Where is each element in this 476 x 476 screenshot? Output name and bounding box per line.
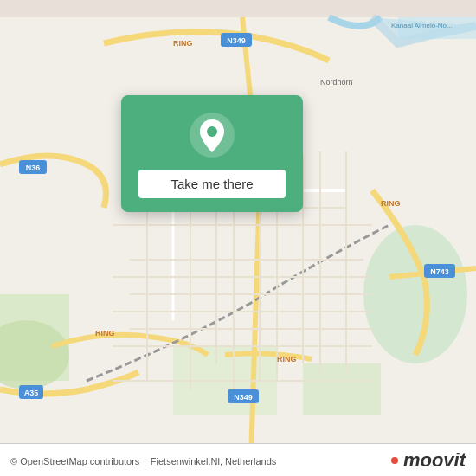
svg-text:RING: RING: [277, 355, 297, 363]
map-attribution: © OpenStreetMap contributors: [10, 456, 139, 466]
svg-rect-5: [303, 363, 381, 415]
svg-text:A35: A35: [24, 389, 39, 397]
location-pin-icon: [190, 113, 235, 158]
attribution-container: © OpenStreetMap contributors Fietsenwink…: [10, 453, 276, 468]
svg-text:N743: N743: [430, 267, 449, 276]
svg-text:N349: N349: [227, 36, 246, 45]
moovit-brand-text: moovit: [403, 449, 466, 472]
bottom-bar: © OpenStreetMap contributors Fietsenwink…: [0, 443, 476, 476]
moovit-dot-icon: [391, 457, 398, 464]
moovit-logo: moovit: [391, 449, 466, 472]
map-background: N36 N349 N349 N743 A35 RING RING RING RI…: [0, 0, 476, 476]
location-card: Take me there: [121, 95, 303, 212]
svg-text:N36: N36: [26, 164, 41, 172]
svg-text:RING: RING: [381, 199, 401, 208]
location-label: Fietsenwinkel.Nl, Netherlands: [151, 456, 277, 466]
svg-point-1: [363, 225, 467, 363]
svg-text:RING: RING: [173, 39, 193, 48]
svg-text:N349: N349: [234, 393, 253, 402]
take-me-there-button[interactable]: Take me there: [138, 170, 286, 198]
map-container: N36 N349 N349 N743 A35 RING RING RING RI…: [0, 0, 476, 476]
svg-point-25: [207, 126, 217, 137]
svg-text:Kanaal Almelo-No...: Kanaal Almelo-No...: [391, 22, 453, 29]
svg-text:Nordhorn: Nordhorn: [320, 78, 353, 87]
svg-text:RING: RING: [95, 329, 115, 338]
